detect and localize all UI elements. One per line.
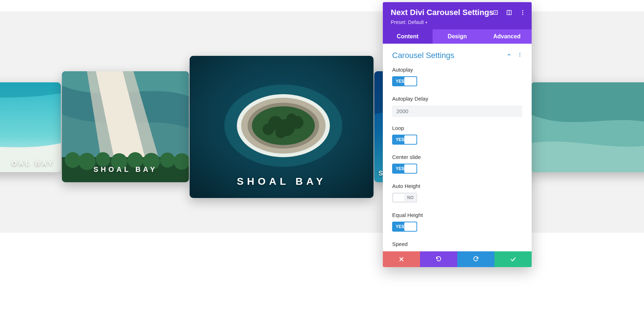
svg-point-4 [78, 153, 96, 170]
chevron-up-icon[interactable] [507, 52, 512, 59]
kebab-icon[interactable] [519, 9, 526, 16]
field-loop: Loop YES [392, 125, 522, 146]
svg-point-30 [522, 10, 523, 11]
section-title: Carousel Settings [392, 51, 454, 60]
svg-point-9 [160, 153, 175, 168]
layout-icon[interactable] [506, 9, 512, 16]
svg-point-35 [519, 56, 520, 57]
tab-content[interactable]: Content [383, 29, 433, 44]
svg-point-32 [522, 14, 523, 15]
field-autoplay-delay: Autoplay Delay [392, 96, 522, 117]
toggle-loop[interactable]: YES [392, 135, 417, 145]
toggle-autoplay[interactable]: YES [392, 76, 417, 86]
svg-point-5 [96, 152, 110, 166]
slide-caption: SHOAL BAY [93, 165, 157, 174]
expand-icon[interactable] [492, 9, 499, 16]
field-label: Center slide [392, 154, 522, 160]
carousel-slide[interactable] [531, 82, 644, 172]
toggle-text: YES [396, 137, 404, 142]
field-label: Autoplay [392, 67, 522, 73]
toggle-equal-height[interactable]: YES [392, 222, 417, 232]
svg-point-27 [495, 12, 496, 13]
field-label: Autoplay Delay [392, 96, 522, 102]
toggle-text: YES [396, 166, 404, 171]
panel-footer [383, 251, 532, 267]
panel-body: Carousel Settings Autoplay YES Autoplay … [383, 44, 532, 251]
toggle-knob [404, 164, 416, 173]
svg-point-31 [522, 12, 523, 13]
field-equal-height: Equal Height YES [392, 212, 522, 233]
toggle-knob [404, 77, 416, 86]
toggle-auto-height[interactable]: NO [392, 193, 417, 203]
toggle-knob [393, 193, 405, 202]
field-autoplay: Autoplay YES [392, 67, 522, 88]
tab-advanced[interactable]: Advanced [482, 29, 532, 44]
toggle-knob [404, 135, 416, 144]
settings-panel: Next Divi Carousel Settings Preset: Defa… [383, 2, 532, 267]
page-band: OAL BAY SHOAL BAY [0, 11, 644, 233]
cancel-button[interactable] [383, 251, 420, 267]
section-head: Carousel Settings [392, 51, 522, 60]
svg-point-22 [275, 127, 286, 138]
preset-selector[interactable]: Preset: Default ▾ [391, 19, 524, 25]
save-button[interactable] [494, 251, 532, 267]
tabs: Content Design Advanced [383, 29, 532, 44]
field-speed: Speed [392, 241, 522, 247]
svg-point-34 [519, 54, 520, 55]
svg-point-3 [65, 152, 80, 168]
svg-point-21 [287, 113, 297, 124]
caret-down-icon: ▾ [425, 20, 427, 24]
toggle-text: YES [396, 224, 404, 229]
carousel: OAL BAY SHOAL BAY [0, 11, 644, 233]
carousel-slide[interactable]: SHOAL BAY [62, 71, 189, 182]
input-autoplay-delay[interactable] [392, 105, 522, 117]
carousel-slide[interactable]: OAL BAY [0, 82, 61, 172]
field-label: Loop [392, 125, 522, 131]
panel-header: Next Divi Carousel Settings Preset: Defa… [383, 2, 532, 29]
redo-button[interactable] [457, 251, 494, 267]
slide-caption: OAL BAY [12, 160, 54, 167]
preset-value: Default [408, 19, 424, 25]
field-center-slide: Center slide YES [392, 154, 522, 175]
toggle-center-slide[interactable]: YES [392, 164, 417, 174]
field-label: Equal Height [392, 212, 522, 218]
undo-button[interactable] [420, 251, 457, 267]
field-label: Auto Height [392, 183, 522, 189]
svg-point-20 [263, 124, 274, 135]
field-auto-height: Auto Height NO [392, 183, 522, 204]
carousel-slide-active[interactable]: SHOAL BAY [190, 56, 374, 198]
slide-caption: SHOAL BAY [237, 176, 326, 187]
toggle-text: NO [407, 195, 414, 200]
toggle-knob [404, 222, 416, 231]
tab-design[interactable]: Design [433, 29, 482, 44]
toggle-text: YES [396, 79, 404, 84]
section-kebab-icon[interactable] [517, 52, 522, 59]
field-label: Speed [392, 241, 522, 247]
svg-point-33 [519, 53, 520, 54]
preset-label: Preset: [391, 19, 406, 25]
